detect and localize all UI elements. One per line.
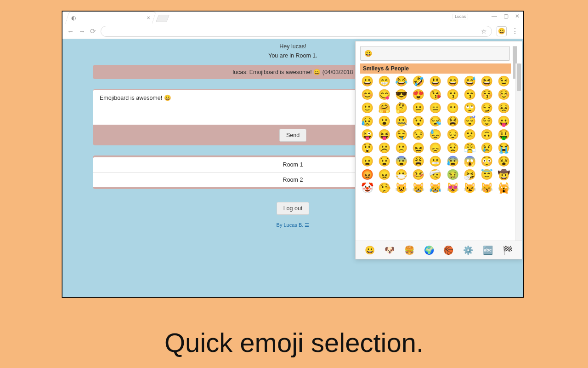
emoji-cell[interactable]: 😑	[429, 103, 442, 113]
logout-button[interactable]: Log out	[277, 202, 310, 215]
emoji-cell[interactable]: 😖	[412, 143, 425, 153]
emoji-cell[interactable]: 😥	[360, 116, 374, 126]
emoji-cell[interactable]: 😻	[446, 183, 459, 193]
emoji-cell[interactable]: 😌	[480, 116, 494, 126]
emoji-cell[interactable]: 🤒	[412, 170, 425, 180]
emoji-cell[interactable]: 😀	[360, 76, 374, 86]
emoji-cell[interactable]: 😨	[394, 156, 408, 167]
emoji-cell[interactable]: 😡	[360, 170, 374, 180]
emojiboard-extension-icon[interactable]: 😀	[497, 26, 507, 36]
address-bar[interactable]: ☆	[101, 26, 492, 37]
emoji-cell[interactable]: 😺	[394, 183, 408, 193]
emoji-cell[interactable]: 😓	[429, 130, 442, 140]
emoji-cell[interactable]: 😄	[446, 76, 459, 86]
emoji-cell[interactable]: 😜	[360, 130, 374, 140]
emoji-cell[interactable]: 😩	[412, 156, 425, 167]
emoji-cell[interactable]: 🙃	[480, 130, 494, 140]
browser-tab[interactable]: ◐ ×	[65, 12, 156, 23]
emoji-cell[interactable]: 😚	[480, 90, 494, 100]
emoji-cell[interactable]: 😊	[360, 90, 374, 100]
emoji-cell[interactable]: 😧	[377, 156, 391, 167]
emoji-category-tab[interactable]: 🐶	[384, 245, 395, 255]
emoji-cell[interactable]: 🙀	[497, 183, 511, 193]
emoji-cell[interactable]: 😍	[412, 90, 425, 100]
emoji-cell[interactable]: 😷	[394, 170, 408, 180]
window-minimize-icon[interactable]: —	[492, 13, 497, 19]
back-icon[interactable]: ←	[67, 27, 74, 35]
emoji-category-tab[interactable]: ⚙️	[463, 245, 473, 255]
emoji-cell[interactable]: 😉	[497, 76, 511, 86]
emoji-cell[interactable]: 😰	[446, 156, 459, 167]
emoji-cell[interactable]: 😴	[463, 116, 476, 126]
emoji-category-tab[interactable]: 🏁	[503, 245, 513, 255]
new-tab-button[interactable]	[156, 15, 170, 22]
emoji-cell[interactable]: 😔	[446, 130, 459, 140]
emoji-category-tab[interactable]: 🌍	[424, 245, 434, 255]
emoji-cell[interactable]: 😲	[360, 143, 374, 153]
emoji-cell[interactable]: 😦	[360, 156, 374, 167]
emoji-cell[interactable]: ☺️	[497, 90, 511, 100]
emoji-cell[interactable]: 😤	[463, 143, 476, 153]
emoji-cell[interactable]: 😽	[480, 183, 494, 193]
profile-chip[interactable]: Lucas	[452, 14, 468, 19]
emoji-cell[interactable]: 😯	[412, 116, 425, 126]
emoji-cell[interactable]: 🙂	[360, 103, 374, 113]
emoji-cell[interactable]: 😝	[377, 130, 391, 140]
emoji-cell[interactable]: 🤧	[463, 170, 476, 180]
emoji-cell[interactable]: 🙄	[463, 103, 476, 113]
emoji-cell[interactable]: 🤥	[377, 183, 391, 193]
emoji-cell[interactable]: 😸	[412, 183, 425, 193]
emoji-cell[interactable]: 😏	[480, 103, 494, 113]
emoji-cell[interactable]: 🤠	[497, 170, 511, 180]
emoji-cell[interactable]: 😛	[497, 116, 511, 126]
emoji-cell[interactable]: 😐	[412, 103, 425, 113]
emoji-cell[interactable]: 😟	[446, 143, 459, 153]
emoji-cell[interactable]: 😘	[429, 90, 442, 100]
emoji-cell[interactable]: 🤗	[377, 103, 391, 113]
send-button[interactable]: Send	[279, 129, 306, 142]
emoji-cell[interactable]: 🤣	[412, 76, 425, 86]
close-tab-icon[interactable]: ×	[147, 15, 150, 21]
emoji-category-tab[interactable]: 🍔	[404, 245, 414, 255]
emoji-cell[interactable]: 😕	[463, 130, 476, 140]
emoji-cell[interactable]: 😪	[429, 116, 442, 126]
forward-icon[interactable]: →	[79, 27, 85, 35]
emoji-cell[interactable]: 😃	[429, 76, 442, 86]
browser-menu-icon[interactable]: ⋮	[511, 27, 519, 35]
emoji-cell[interactable]: 😳	[480, 156, 494, 167]
emoji-cell[interactable]: 😆	[480, 76, 494, 86]
emoji-cell[interactable]: 😼	[463, 183, 476, 193]
emoji-cell[interactable]: 😂	[394, 76, 408, 86]
emoji-cell[interactable]: ☹️	[377, 143, 391, 153]
emoji-cell[interactable]: 😶	[446, 103, 459, 113]
emoji-cell[interactable]: 😞	[429, 143, 442, 153]
scroll-thumb[interactable]	[517, 63, 521, 91]
reload-icon[interactable]: ⟳	[90, 27, 96, 35]
emoji-search-input[interactable]: 😀	[360, 46, 510, 61]
emoji-cell[interactable]: 😙	[463, 90, 476, 100]
emoji-cell[interactable]: 🤢	[446, 170, 459, 180]
emoji-cell[interactable]: 😭	[497, 143, 511, 153]
emoji-cell[interactable]: 🤕	[429, 170, 442, 180]
emoji-cell[interactable]: 😠	[377, 170, 391, 180]
emoji-cell[interactable]: 😒	[412, 130, 425, 140]
emoji-cell[interactable]: 😹	[429, 183, 442, 193]
emoji-cell[interactable]: 😎	[394, 90, 408, 100]
emoji-cell[interactable]: 😋	[377, 90, 391, 100]
emoji-cell[interactable]: 🤔	[394, 103, 408, 113]
emoji-cell[interactable]: 😣	[497, 103, 511, 113]
emoji-cell[interactable]: 😢	[480, 143, 494, 153]
emoji-cell[interactable]: 😱	[463, 156, 476, 167]
emoji-category-tab[interactable]: 🔤	[483, 245, 493, 255]
emoji-cell[interactable]: 😁	[377, 76, 391, 86]
emoji-cell[interactable]: 😗	[446, 90, 459, 100]
emoji-cell[interactable]: 😫	[446, 116, 459, 126]
bookmark-star-icon[interactable]: ☆	[481, 28, 487, 35]
window-maximize-icon[interactable]: ▢	[503, 13, 509, 19]
emoji-cell[interactable]: 🤡	[360, 183, 374, 193]
emoji-category-tab[interactable]: 😀	[365, 245, 375, 255]
emoji-cell[interactable]: 🙁	[394, 143, 408, 153]
emoji-cell[interactable]: 😵	[497, 156, 511, 167]
emoji-cell[interactable]: 🤤	[394, 130, 408, 140]
emoji-cell[interactable]: 🤑	[497, 130, 511, 140]
